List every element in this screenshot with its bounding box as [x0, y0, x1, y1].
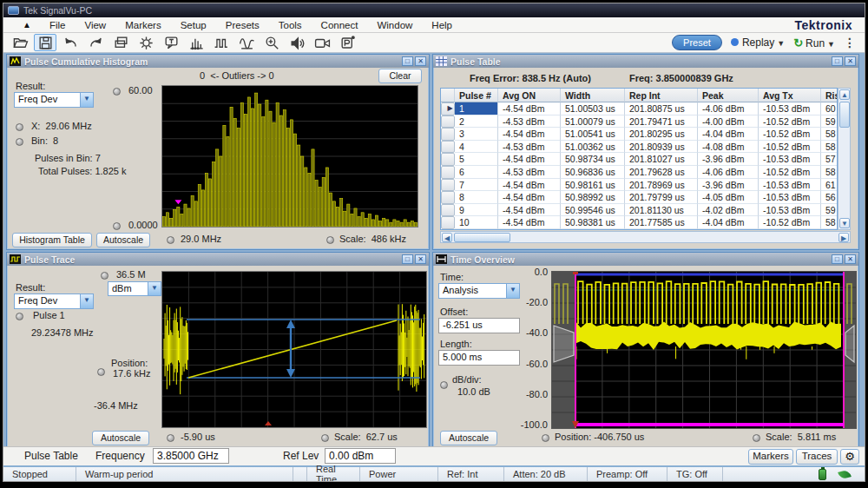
panel-close-button[interactable]: ✕ [845, 254, 856, 264]
panel-close-button[interactable]: ✕ [415, 56, 426, 66]
panel-titlebar[interactable]: Pulse Trace □✕ [7, 253, 429, 266]
autoscale-button[interactable]: Autoscale [96, 233, 150, 247]
row-selector[interactable]: ▶ [441, 102, 455, 115]
scale-knob-icon[interactable] [753, 434, 760, 442]
camera-icon[interactable] [311, 34, 333, 51]
offset-input[interactable]: -6.251 us [438, 318, 520, 333]
horizontal-scrollbar[interactable]: ◀ ▶ [440, 231, 851, 243]
traces-button[interactable]: Traces [796, 449, 838, 465]
system-menu-icon[interactable]: ▲ [23, 20, 31, 30]
table-row[interactable]: 6-4.53 dBm50.96836 us201.79628 us-4.06 d… [441, 166, 837, 179]
scroll-up-arrow[interactable]: ▲ [839, 89, 850, 100]
row-selector[interactable] [441, 153, 455, 166]
y-max-knob-icon[interactable] [113, 88, 121, 96]
display-settings-gear-button[interactable]: ⚙ [840, 449, 859, 465]
save-icon[interactable] [34, 34, 56, 51]
panel-minimize-button[interactable]: □ [402, 254, 413, 264]
menu-connect[interactable]: Connect [312, 19, 368, 31]
annotate-icon[interactable] [160, 34, 182, 51]
scroll-right-arrow[interactable]: ▶ [838, 233, 849, 242]
pulse-number-cell[interactable]: 2 [455, 115, 498, 129]
units-dropdown[interactable]: dBm▼ [108, 281, 161, 296]
more-options-icon[interactable]: ⋮ [844, 36, 856, 49]
row-selector[interactable] [441, 115, 455, 129]
pulse-number-cell[interactable]: 6 [455, 166, 498, 179]
x-start-knob-icon[interactable] [167, 434, 174, 442]
run-button[interactable]: ↻Run▼ [793, 36, 835, 49]
table-row[interactable]: 3-4.54 dBm51.00541 us201.80295 us-4.04 d… [441, 128, 837, 141]
histogram-plot[interactable] [161, 85, 418, 228]
table-row[interactable]: 7-4.54 dBm50.98161 us201.78969 us-3.96 d… [441, 179, 837, 192]
scroll-down-arrow[interactable]: ▼ [839, 218, 850, 228]
length-input[interactable]: 5.000 ms [438, 350, 520, 366]
position-knob-icon[interactable] [542, 434, 549, 442]
column-header[interactable]: Rise [821, 89, 838, 102]
histogram-table-button[interactable]: Histogram Table [12, 233, 92, 247]
menu-window[interactable]: Window [367, 19, 422, 31]
column-header[interactable]: Rep Int [625, 89, 698, 102]
settings-icon[interactable] [135, 34, 157, 51]
pulse-number-cell[interactable]: 8 [455, 191, 498, 204]
panel-minimize-button[interactable]: □ [832, 254, 843, 264]
table-row[interactable]: ▶1-4.54 dBm51.00503 us201.80875 us-4.06 … [441, 102, 837, 115]
pulse-number-cell[interactable]: 1 [455, 102, 498, 115]
displays-icon[interactable] [109, 34, 132, 51]
menu-setup[interactable]: Setup [171, 19, 216, 31]
menu-file[interactable]: File [40, 19, 76, 31]
scale-knob-icon[interactable] [326, 236, 334, 244]
scrollbar-thumb[interactable] [454, 233, 510, 242]
menu-view[interactable]: View [75, 19, 115, 31]
undo-icon[interactable] [59, 34, 82, 51]
position-knob-icon[interactable] [97, 368, 105, 376]
pulse-number-cell[interactable]: 4 [455, 141, 498, 154]
menu-tools[interactable]: Tools [269, 19, 312, 31]
ref-lev-input[interactable]: 0.00 dBm [325, 448, 396, 464]
panel-close-button[interactable]: ✕ [845, 56, 856, 66]
dbdiv-knob-icon[interactable] [440, 381, 448, 389]
time-dropdown[interactable]: Analysis▼ [438, 283, 520, 299]
row-selector[interactable] [441, 179, 455, 192]
y-min-knob-icon[interactable] [113, 222, 121, 230]
panel-titlebar[interactable]: Pulse Cumulative Histogram □✕ [7, 55, 429, 68]
table-row[interactable]: 2-4.53 dBm51.00079 us201.79471 us-4.00 d… [441, 115, 837, 129]
panel-close-button[interactable]: ✕ [415, 254, 426, 264]
panel-titlebar[interactable]: Pulse Table □✕ [433, 55, 858, 68]
open-file-icon[interactable] [9, 34, 31, 51]
pulse-number-cell[interactable]: 3 [455, 128, 498, 141]
row-selector[interactable] [441, 141, 455, 154]
row-selector[interactable] [441, 216, 455, 229]
column-header[interactable]: Pulse # [455, 89, 498, 102]
scrollbar-thumb[interactable] [839, 102, 850, 128]
panel-minimize-button[interactable]: □ [402, 56, 413, 66]
result-dropdown[interactable]: Freq Dev▼ [14, 293, 94, 309]
row-selector[interactable] [441, 166, 455, 179]
pulse-number-cell[interactable]: 5 [455, 153, 498, 166]
table-row[interactable]: 8-4.54 dBm50.98992 us201.79799 us-4.05 d… [441, 191, 837, 204]
scroll-left-arrow[interactable]: ◀ [442, 233, 452, 242]
frequency-input[interactable]: 3.85000 GHz [153, 448, 229, 464]
table-row[interactable]: 5-4.54 dBm50.98734 us201.81027 us-3.96 d… [441, 153, 837, 166]
menu-help[interactable]: Help [422, 19, 462, 31]
pulse-measure-icon[interactable] [210, 34, 233, 51]
scale-knob-icon[interactable] [321, 434, 329, 442]
y-max-knob-icon[interactable] [101, 272, 108, 280]
clear-button[interactable]: Clear [378, 69, 422, 83]
pulse-number-cell[interactable]: 9 [455, 204, 498, 217]
column-header[interactable]: Width [561, 89, 625, 102]
pulse-number-cell[interactable]: 7 [455, 179, 498, 192]
column-header[interactable]: Avg Tx [759, 89, 821, 102]
redo-icon[interactable] [84, 34, 107, 51]
pulse-number-cell[interactable]: 10 [455, 216, 498, 229]
table-row[interactable]: 10-4.54 dBm50.98381 us201.77585 us-4.04 … [441, 216, 837, 229]
menu-markers[interactable]: Markers [115, 19, 171, 31]
pulse-select-knob-icon[interactable] [16, 313, 23, 320]
row-selector[interactable] [441, 204, 455, 217]
column-header[interactable]: Avg ON [498, 89, 561, 102]
panel-minimize-button[interactable]: □ [832, 56, 843, 66]
panel-titlebar[interactable]: Time Overview □✕ [433, 253, 858, 266]
autoscale-button[interactable]: Autoscale [440, 431, 497, 445]
menu-presets[interactable]: Presets [216, 19, 269, 31]
autoscale-button[interactable]: Autoscale [92, 431, 149, 445]
vertical-scrollbar[interactable]: ▲ ▼ [838, 88, 851, 230]
probe-icon[interactable] [260, 34, 283, 51]
